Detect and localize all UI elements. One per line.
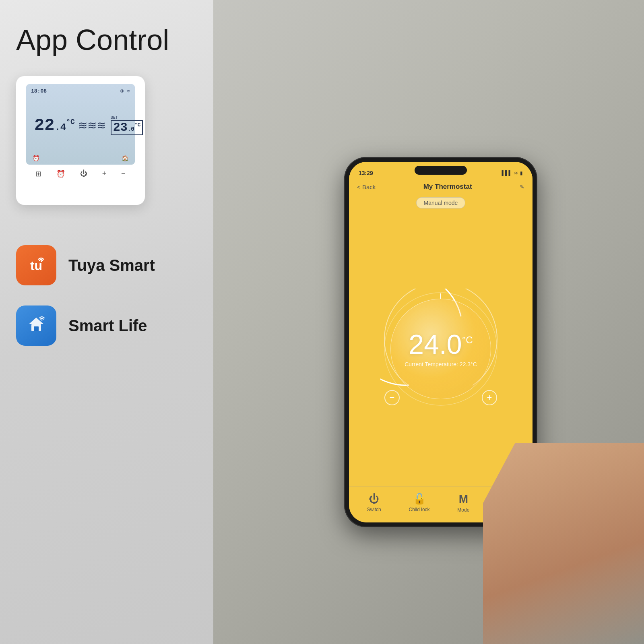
smartlife-app-row: Smart Life <box>16 305 155 346</box>
nav-switch[interactable]: ⏻ Switch <box>367 493 381 512</box>
hand-image <box>483 443 644 644</box>
lock-nav-icon: 🔓 <box>413 493 426 505</box>
app-logos: tu Tuya Smart <box>16 245 155 346</box>
current-temp-value: 22.4°C <box>34 117 75 134</box>
page-title: App Control <box>16 24 169 56</box>
edit-icon[interactable]: ✎ <box>520 184 524 190</box>
svg-point-10 <box>41 320 43 321</box>
svg-text:tu: tu <box>30 258 42 273</box>
set-temp-container: SET 23.0°C <box>111 116 143 135</box>
tuya-app-name: Tuya Smart <box>68 256 155 275</box>
left-panel: App Control 18:08 ③ ≋ <box>0 0 213 644</box>
right-panel: 13:29 ▌▌▌ ≋ ▮ < Back My Thermostat ✎ Man… <box>213 0 644 644</box>
nav-mode[interactable]: M Mode <box>457 493 469 513</box>
status-time: 13:29 <box>359 170 373 176</box>
screen-main: 22.4°C ≋≋≋ SET 23.0°C <box>31 96 130 155</box>
decrease-temp-button[interactable]: − <box>384 390 400 405</box>
set-point-temp: 24.0 <box>409 330 462 358</box>
schedule-icon: ③ <box>120 89 124 94</box>
svg-point-6 <box>41 260 42 262</box>
plus-button[interactable]: + <box>102 169 107 178</box>
nav-switch-label: Switch <box>367 507 381 512</box>
tuya-logo-svg: tu <box>24 253 48 277</box>
screen-icons-top: ③ ≋ <box>120 89 130 94</box>
screen-bottom-row: ⏰ 🏠 <box>31 155 130 161</box>
battery-icon: ▮ <box>520 170 523 176</box>
back-button[interactable]: < Back <box>357 184 376 190</box>
child-lock-icon: 🏠 <box>122 155 128 161</box>
increase-temp-button[interactable]: + <box>482 390 497 405</box>
thermostat-device: 18:08 ③ ≋ 22.4°C <box>16 76 145 205</box>
power-button[interactable]: ⏻ <box>80 169 87 178</box>
wifi-status-icon: ≋ <box>514 170 518 176</box>
power-nav-icon: ⏻ <box>369 493 379 505</box>
screen-top-row: 18:08 ③ ≋ <box>31 88 130 94</box>
thermostat-circle-area: 24.0 °C Current Temperature: 22.3°C − + <box>349 212 533 486</box>
smartlife-app-name: Smart Life <box>68 317 147 335</box>
set-point-display: 24.0 °C <box>409 330 473 358</box>
mode-nav-icon: M <box>459 493 468 506</box>
svg-rect-9 <box>34 326 39 331</box>
temperature-circle-inner: 24.0 °C Current Temperature: 22.3°C <box>390 299 491 399</box>
nav-child-lock-label: Child lock <box>409 507 430 512</box>
signal-icon: ▌▌▌ <box>502 170 512 176</box>
app-title: My Thermostat <box>423 183 472 191</box>
nav-mode-label: Mode <box>457 507 469 513</box>
nav-child-lock[interactable]: 🔓 Child lock <box>409 493 430 512</box>
wifi-icon: ≋ <box>126 89 130 94</box>
set-point-unit: °C <box>462 334 473 346</box>
clock-icon: ⏰ <box>33 155 39 161</box>
temperature-dial: 24.0 °C Current Temperature: 22.3°C − + <box>380 289 501 409</box>
status-icons: ▌▌▌ ≋ ▮ <box>502 170 523 176</box>
mode-badge[interactable]: Manual mode <box>416 197 466 208</box>
flame-icon: ≋≋≋ <box>78 119 106 132</box>
smartlife-icon <box>16 305 56 346</box>
current-temp-label: Current Temperature: 22.3°C <box>405 361 477 367</box>
tuya-icon: tu <box>16 245 56 285</box>
schedule-button[interactable]: ⏰ <box>56 169 65 178</box>
menu-button[interactable]: ⊞ <box>35 169 41 178</box>
smartlife-logo-svg <box>24 314 48 338</box>
thermostat-buttons: ⊞ ⏰ ⏻ + − <box>24 169 137 178</box>
minus-button[interactable]: − <box>121 169 126 178</box>
phone-header: < Back My Thermostat ✎ <box>349 180 533 194</box>
tuya-app-row: tu Tuya Smart <box>16 245 155 285</box>
thermostat-screen: 18:08 ③ ≋ 22.4°C <box>26 84 135 165</box>
screen-time: 18:08 <box>31 88 47 94</box>
current-temp-display: 22.4°C <box>33 117 75 134</box>
set-temp-value: 23.0°C <box>111 120 143 135</box>
phone-notch <box>415 166 467 175</box>
set-label: SET <box>111 116 118 120</box>
